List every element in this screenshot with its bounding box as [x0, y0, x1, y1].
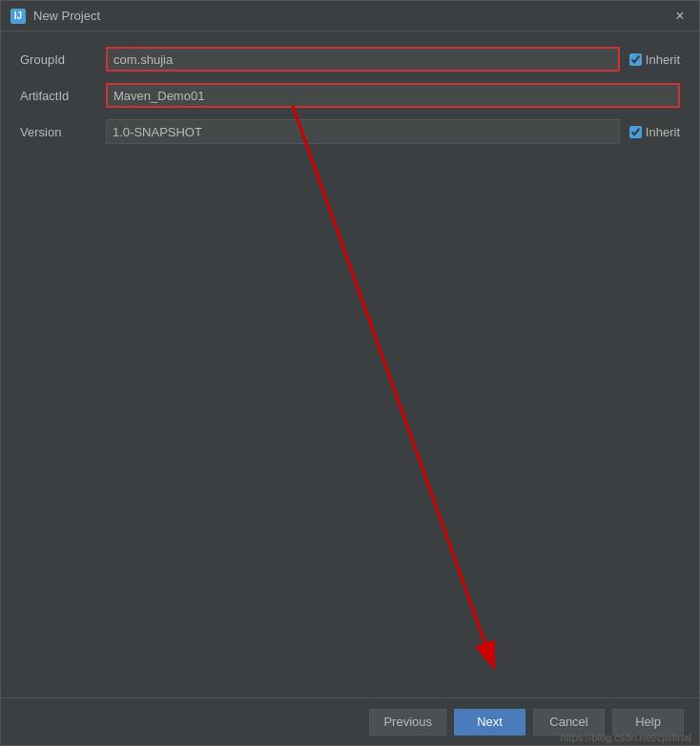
groupid-row: GroupId Inherit [20, 47, 680, 72]
close-button[interactable]: × [670, 7, 690, 26]
svg-line-1 [293, 106, 494, 668]
groupid-label: GroupId [20, 52, 96, 67]
artifactid-label: ArtifactId [20, 89, 96, 103]
version-label: Version [20, 125, 96, 139]
artifactid-input[interactable] [106, 83, 680, 108]
version-row: Version Inherit [20, 119, 680, 144]
dialog-title: New Project [33, 9, 100, 23]
artifactid-row: ArtifactId [20, 83, 680, 108]
previous-button[interactable]: Previous [369, 709, 446, 736]
app-icon: IJ [10, 9, 26, 24]
next-button[interactable]: Next [454, 709, 525, 736]
title-bar-left: IJ New Project [10, 9, 100, 24]
version-inherit: Inherit [629, 125, 680, 139]
groupid-inherit: Inherit [629, 52, 680, 67]
title-bar: IJ New Project × [1, 1, 699, 31]
dialog: IJ New Project × GroupId Inherit Artifac… [0, 0, 700, 746]
form-content: GroupId Inherit ArtifactId Version Inher… [1, 31, 699, 697]
watermark: https://blog.csdn.net/cjwfinal [560, 732, 691, 743]
version-inherit-checkbox[interactable] [629, 126, 642, 138]
groupid-input[interactable] [106, 47, 620, 72]
version-input[interactable] [106, 119, 620, 144]
groupid-inherit-checkbox[interactable] [629, 53, 642, 66]
